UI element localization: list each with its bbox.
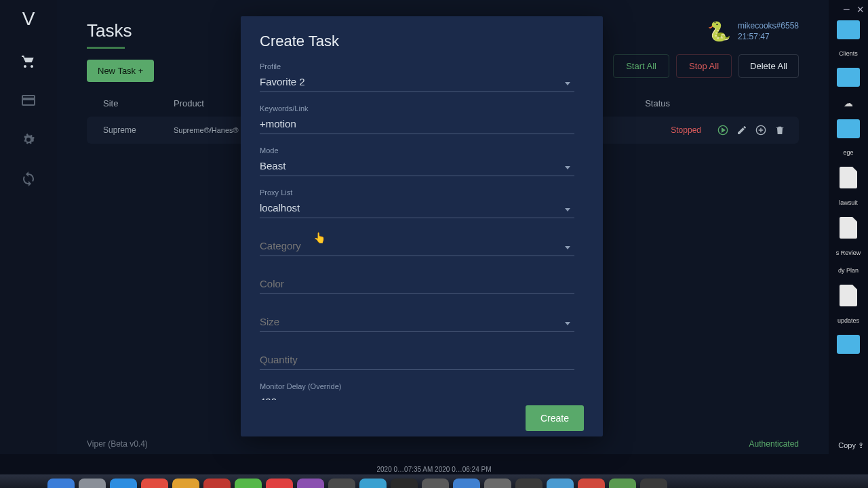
folder-icon[interactable] <box>837 68 860 87</box>
minimize-button[interactable]: − <box>843 3 850 17</box>
folder-label: ege <box>829 149 867 156</box>
play-icon[interactable] <box>717 125 728 136</box>
chevron-down-icon <box>565 246 570 249</box>
file-label: s Review <box>829 249 867 256</box>
dock-app[interactable] <box>391 479 418 488</box>
quantity-input[interactable] <box>260 344 574 370</box>
folder-label: Clients <box>829 50 867 57</box>
page-title: Tasks <box>57 0 161 47</box>
file-icon[interactable] <box>840 217 857 239</box>
folder-icon[interactable] <box>837 119 860 138</box>
user-time: 21:57:47 <box>738 32 799 43</box>
auth-status: Authenticated <box>749 439 799 449</box>
profile-label: Profile <box>260 62 574 70</box>
dock <box>41 476 827 488</box>
file-label: lawsuit <box>829 199 867 206</box>
delete-all-button[interactable]: Delete All <box>738 54 799 78</box>
dock-app[interactable] <box>172 479 199 488</box>
dock-app[interactable] <box>640 479 667 488</box>
start-all-button[interactable]: Start All <box>613 54 669 78</box>
file-icon[interactable] <box>840 285 857 306</box>
dock-app[interactable] <box>297 479 324 488</box>
dock-app[interactable] <box>484 479 511 488</box>
chevron-down-icon <box>565 166 570 169</box>
cloud-icon: ☁ <box>844 98 853 108</box>
dock-app[interactable] <box>422 479 449 488</box>
size-select[interactable] <box>260 306 574 332</box>
dock-app[interactable] <box>141 479 168 488</box>
version-label: Viper (Beta v0.4) <box>87 439 148 449</box>
monitor-delay-label: Monitor Delay (Override) <box>260 382 574 390</box>
file-label: dy Plan <box>829 267 867 274</box>
stop-all-button[interactable]: Stop All <box>676 54 732 78</box>
duplicate-icon[interactable] <box>755 125 766 136</box>
dock-app[interactable] <box>266 479 293 488</box>
user-badge: 🐍 mikecooks#6558 21:57:47 <box>707 20 799 43</box>
dock-app[interactable] <box>235 479 262 488</box>
gear-icon[interactable] <box>20 131 37 148</box>
col-site: Site <box>87 98 168 108</box>
mode-select[interactable] <box>260 157 574 176</box>
mode-label: Mode <box>260 146 574 155</box>
create-task-modal: Create Task Profile Keywords/Link Mode P… <box>241 16 603 436</box>
dock-app[interactable] <box>47 479 75 488</box>
file-label: updates <box>829 317 867 324</box>
folder-icon[interactable] <box>837 20 860 39</box>
dock-app[interactable] <box>578 479 605 488</box>
keywords-label: Keywords/Link <box>260 104 574 113</box>
copy-label: Copy ⇪ <box>838 441 864 450</box>
dock-app[interactable] <box>79 479 106 488</box>
row-status: Stopped <box>671 125 717 135</box>
chevron-down-icon <box>565 322 570 325</box>
keywords-input[interactable] <box>260 115 574 134</box>
python-icon: 🐍 <box>707 20 731 43</box>
dock-app[interactable] <box>515 479 542 488</box>
cart-icon[interactable] <box>20 53 37 69</box>
profile-select[interactable] <box>260 73 574 92</box>
refresh-icon[interactable] <box>20 171 37 187</box>
close-button[interactable]: × <box>856 3 864 17</box>
footer: Viper (Beta v0.4) Authenticated <box>57 434 829 454</box>
desktop-icons: Clients ☁ ege lawsuit s Review dy Plan u… <box>829 20 868 441</box>
proxy-label: Proxy List <box>260 188 574 197</box>
category-select[interactable] <box>260 230 574 256</box>
chevron-down-icon <box>565 82 570 85</box>
app-logo: V <box>22 8 35 30</box>
color-input[interactable] <box>260 268 574 294</box>
monitor-delay-input[interactable] <box>260 393 574 400</box>
timestamp: 2020 0…07:35 AM 2020 0…06:24 PM <box>376 466 491 473</box>
card-icon[interactable] <box>20 92 37 108</box>
trash-icon[interactable] <box>774 125 785 136</box>
dock-app[interactable] <box>110 479 137 488</box>
user-name: mikecooks#6558 <box>738 21 799 32</box>
dock-app[interactable] <box>359 479 387 488</box>
edit-icon[interactable] <box>736 125 747 136</box>
dock-app[interactable] <box>328 479 355 488</box>
sidebar-rail: V <box>0 0 57 454</box>
dock-app[interactable] <box>203 479 231 488</box>
row-site: Supreme <box>87 125 168 135</box>
chevron-down-icon <box>565 208 570 211</box>
dock-app[interactable] <box>609 479 636 488</box>
modal-title: Create Task <box>260 33 584 50</box>
new-task-button[interactable]: New Task + <box>87 60 154 82</box>
folder-icon[interactable] <box>837 335 860 354</box>
dock-app[interactable] <box>453 479 480 488</box>
proxy-select[interactable] <box>260 199 574 218</box>
create-button[interactable]: Create <box>526 405 584 431</box>
file-icon[interactable] <box>840 167 857 188</box>
dock-app[interactable] <box>547 479 574 488</box>
